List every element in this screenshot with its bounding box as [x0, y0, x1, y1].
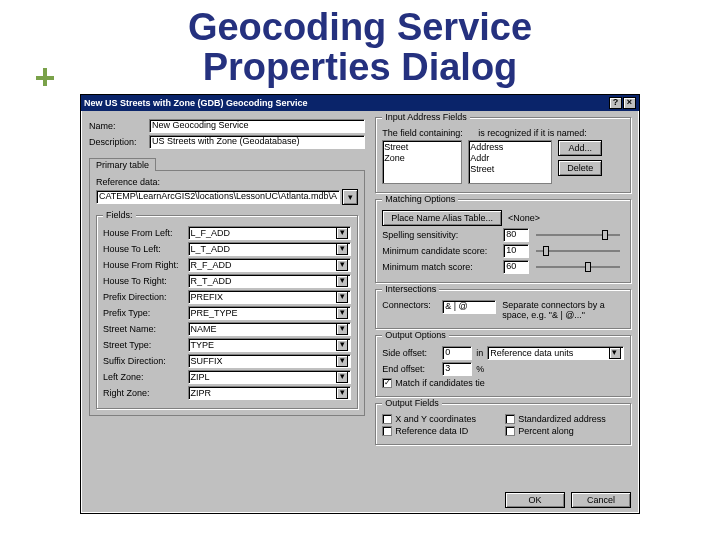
list-item[interactable]: Zone [384, 153, 460, 164]
minimum-match-score-input[interactable]: 60 [503, 260, 529, 274]
minimum-match-score-slider[interactable] [536, 266, 620, 268]
field-value-5: PRE_TYPE [191, 308, 238, 318]
field-label-4: Prefix Direction: [103, 292, 188, 302]
chevron-down-icon: ▾ [336, 227, 348, 239]
connectors-note-1: Separate connectors by a [502, 300, 605, 310]
intersections-legend: Intersections [382, 284, 439, 294]
cancel-button[interactable]: Cancel [571, 492, 631, 508]
minimum-candidate-score-slider[interactable] [536, 250, 620, 252]
tab-primary-table[interactable]: Primary table [89, 158, 156, 171]
description-input[interactable]: US Streets with Zone (Geodatabase) [149, 135, 365, 149]
chevron-down-icon: ▾ [336, 307, 348, 319]
ok-button[interactable]: OK [505, 492, 565, 508]
description-label: Description: [89, 137, 149, 147]
field-combo-9[interactable]: ZIPL ▾ [188, 370, 352, 384]
field-value-3: R_T_ADD [191, 276, 232, 286]
output-fields-legend: Output Fields [382, 398, 442, 408]
field-combo-0[interactable]: L_F_ADD ▾ [188, 226, 352, 240]
field-value-2: R_F_ADD [191, 260, 232, 270]
slide-title: Geocoding Service Properties Dialog [0, 0, 720, 90]
geocoding-properties-dialog: New US Streets with Zone (GDB) Geocoding… [80, 94, 640, 514]
xy-coordinates-checkbox[interactable] [382, 414, 392, 424]
connectors-input[interactable]: & | @ [442, 300, 496, 314]
side-offset-units-combo[interactable]: Reference data units ▾ [487, 346, 624, 360]
dialog-title: New US Streets with Zone (GDB) Geocoding… [84, 98, 308, 108]
reference-data-id-checkbox[interactable] [382, 426, 392, 436]
field-combo-4[interactable]: PREFIX ▾ [188, 290, 352, 304]
list-item[interactable]: Address [470, 142, 550, 153]
percent-along-checkbox[interactable] [505, 426, 515, 436]
spelling-sensitivity-label: Spelling sensitivity: [382, 230, 500, 240]
side-offset-input[interactable]: 0 [442, 346, 472, 360]
delete-button[interactable]: Delete [558, 160, 602, 176]
place-name-alias-button[interactable]: Place Name Alias Table... [382, 210, 502, 226]
field-label-7: Street Type: [103, 340, 188, 350]
field-label-0: House From Left: [103, 228, 188, 238]
recognized-label: is recognized if it is named: [478, 128, 624, 138]
name-label: Name: [89, 121, 149, 131]
add-button[interactable]: Add... [558, 140, 602, 156]
field-value-0: L_F_ADD [191, 228, 231, 238]
input-address-fields-legend: Input Address Fields [382, 112, 470, 122]
fields-legend: Fields: [103, 210, 136, 220]
place-name-alias-value: <None> [508, 213, 540, 223]
match-if-tie-label: Match if candidates tie [395, 378, 485, 388]
chevron-down-icon: ▾ [336, 387, 348, 399]
field-combo-3[interactable]: R_T_ADD ▾ [188, 274, 352, 288]
close-button[interactable]: × [623, 97, 636, 109]
match-if-tie-checkbox[interactable]: ✓ [382, 378, 392, 388]
field-label-9: Left Zone: [103, 372, 188, 382]
connectors-note-2: space, e.g. "& | @..." [502, 310, 605, 320]
field-value-10: ZIPR [191, 388, 212, 398]
side-offset-units-value: Reference data units [490, 348, 573, 358]
field-value-7: TYPE [191, 340, 215, 350]
field-containing-listbox[interactable]: StreetZone [382, 140, 462, 184]
chevron-down-icon: ▾ [336, 371, 348, 383]
field-combo-10[interactable]: ZIPR ▾ [188, 386, 352, 400]
xy-coordinates-label: X and Y coordinates [395, 414, 505, 424]
spelling-sensitivity-slider[interactable] [536, 234, 620, 236]
standardized-address-checkbox[interactable] [505, 414, 515, 424]
help-button[interactable]: ? [609, 97, 622, 109]
minimum-candidate-score-label: Minimum candidate score: [382, 246, 500, 256]
field-value-9: ZIPL [191, 372, 210, 382]
connectors-label: Connectors: [382, 300, 442, 310]
end-offset-input[interactable]: 3 [442, 362, 472, 376]
field-combo-1[interactable]: L_T_ADD ▾ [188, 242, 352, 256]
field-value-6: NAME [191, 324, 217, 334]
side-offset-label: Side offset: [382, 348, 442, 358]
list-item[interactable]: Street [384, 142, 460, 153]
output-options-legend: Output Options [382, 330, 449, 340]
matching-options-legend: Matching Options [382, 194, 458, 204]
field-combo-8[interactable]: SUFFIX ▾ [188, 354, 352, 368]
recognized-names-listbox[interactable]: AddressAddrStreet [468, 140, 552, 184]
name-input[interactable]: New Geocoding Service [149, 119, 365, 133]
list-item[interactable]: Addr [470, 153, 550, 164]
minimum-match-score-label: Minimum match score: [382, 262, 500, 272]
bullet-icon [36, 68, 56, 88]
chevron-down-icon: ▾ [336, 355, 348, 367]
field-combo-6[interactable]: NAME ▾ [188, 322, 352, 336]
field-value-1: L_T_ADD [191, 244, 231, 254]
field-combo-5[interactable]: PRE_TYPE ▾ [188, 306, 352, 320]
field-label-6: Street Name: [103, 324, 188, 334]
reference-data-input[interactable]: CATEMP\LearnArcGIS2\locations\LessonUC\A… [96, 190, 340, 204]
chevron-down-icon: ▾ [336, 323, 348, 335]
chevron-down-icon: ▾ [336, 259, 348, 271]
field-combo-7[interactable]: TYPE ▾ [188, 338, 352, 352]
spelling-sensitivity-input[interactable]: 80 [503, 228, 529, 242]
browse-button[interactable]: ▾ [342, 189, 358, 205]
list-item[interactable]: Street [470, 164, 550, 175]
percent-along-label: Percent along [518, 426, 574, 436]
field-label-5: Prefix Type: [103, 308, 188, 318]
field-label-1: House To Left: [103, 244, 188, 254]
standardized-address-label: Standardized address [518, 414, 606, 424]
minimum-candidate-score-input[interactable]: 10 [503, 244, 529, 258]
slide-title-l1: Geocoding Service [188, 6, 532, 48]
chevron-down-icon: ▾ [336, 243, 348, 255]
reference-data-label: Reference data: [96, 177, 358, 187]
chevron-down-icon: ▾ [336, 291, 348, 303]
field-combo-2[interactable]: R_F_ADD ▾ [188, 258, 352, 272]
reference-data-id-label: Reference data ID [395, 426, 505, 436]
end-offset-label: End offset: [382, 364, 442, 374]
